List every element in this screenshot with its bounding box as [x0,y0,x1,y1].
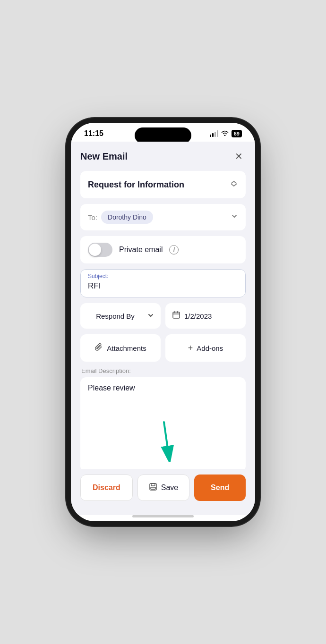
description-label: Email Description: [80,367,246,374]
bottom-action-bar: Discard Save Send [71,469,255,515]
svg-line-5 [164,422,169,455]
respond-by-date-row: Respond By 1/2/2023 [80,303,246,329]
save-label: Save [161,483,178,492]
dynamic-island [135,127,191,144]
to-label: To: [88,213,97,221]
status-time: 11:15 [84,129,103,138]
attachments-label: Attachments [107,344,146,352]
modal-header: New Email ✕ [80,142,246,171]
send-button[interactable]: Send [194,475,246,501]
email-type-text: Request for Information [88,180,184,190]
home-indicator [132,515,194,517]
wifi-icon [221,130,229,137]
description-section: Email Description: Please review [80,367,246,469]
description-text: Please review [88,384,238,392]
recipient-chip: Dorothy Dino [101,211,153,224]
date-text: 1/2/2023 [184,312,212,320]
subject-card[interactable]: Subject: RFI [80,269,246,297]
close-button[interactable]: ✕ [232,149,246,163]
plus-icon: + [188,343,193,353]
respond-by-chevron-icon [147,312,154,320]
status-bar: 11:15 69 [71,123,255,142]
attachments-addons-row: Attachments + Add-ons [80,334,246,362]
info-icon[interactable]: i [169,245,179,254]
private-email-toggle[interactable] [88,243,112,257]
email-type-selector[interactable]: Request for Information [80,171,246,198]
toggle-thumb [89,244,101,256]
save-icon [149,483,157,493]
modal-title: New Email [80,151,128,162]
to-chevron-icon [231,212,238,222]
calendar-icon [172,311,180,321]
to-field[interactable]: To: Dorothy Dino [80,204,246,230]
svg-rect-0 [173,312,180,318]
modal-content: New Email ✕ Request for Information To: [71,142,255,469]
addons-button[interactable]: + Add-ons [165,334,246,362]
svg-rect-7 [151,483,155,486]
status-icons: 69 [210,130,242,137]
respond-by-button[interactable]: Respond By [80,303,161,329]
paperclip-icon [94,343,103,353]
signal-icon [210,130,218,137]
private-email-label: Private email [119,246,163,254]
addons-label: Add-ons [197,344,223,352]
private-email-row: Private email i [80,236,246,263]
description-box[interactable]: Please review [80,377,246,469]
to-field-card: To: Dorothy Dino [80,204,246,230]
sort-icon [230,179,238,190]
email-type-card: Request for Information [80,171,246,198]
phone-frame: 11:15 69 New Email ✕ [71,123,255,521]
close-icon: ✕ [235,151,243,162]
respond-by-text: Respond By [87,312,144,320]
subject-label: Subject: [88,273,238,280]
svg-rect-8 [151,487,155,489]
teal-arrow [154,420,183,462]
date-picker-button[interactable]: 1/2/2023 [165,303,246,329]
battery-indicator: 69 [232,130,242,137]
discard-button[interactable]: Discard [80,475,133,501]
save-button[interactable]: Save [137,475,190,501]
attachments-button[interactable]: Attachments [80,334,161,362]
subject-value: RFI [88,281,238,291]
